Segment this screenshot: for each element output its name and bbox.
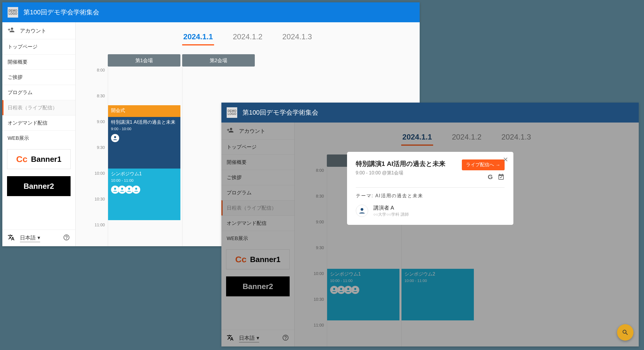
svg-point-4 bbox=[135, 188, 137, 190]
translate-icon bbox=[8, 234, 15, 242]
header: DEMO LOGO 第100回デモ学会学術集会 bbox=[221, 103, 639, 123]
time-column: 8:00 8:30 9:00 9:30 10:00 10:30 11:00 bbox=[90, 54, 108, 246]
speaker-affiliation: ○○大学○○学科 講師 bbox=[373, 212, 409, 217]
event-lecture-title: 特別講演1 AI活用の過去と未来 bbox=[111, 119, 177, 125]
google-calendar-icon[interactable]: G bbox=[488, 173, 493, 182]
sidebar-item-webexhibit[interactable]: WEB展示 bbox=[2, 130, 75, 146]
live-stream-label: ライブ配信へ bbox=[466, 162, 494, 168]
search-fab[interactable] bbox=[617, 324, 633, 341]
date-tabs: 2024.1.1 2024.1.2 2024.1.3 bbox=[76, 29, 420, 45]
time-1000: 10:00 bbox=[90, 170, 108, 196]
calendar-icon[interactable] bbox=[498, 173, 505, 182]
svg-point-3 bbox=[128, 188, 130, 190]
sidebar-item-program[interactable]: プログラム bbox=[2, 85, 75, 100]
date-tab-3[interactable]: 2024.1.3 bbox=[281, 29, 313, 45]
sidebar-account-label: アカウント bbox=[20, 27, 46, 34]
svg-point-1 bbox=[114, 188, 116, 190]
banner-1-icon: Cc bbox=[16, 154, 27, 164]
divider bbox=[356, 187, 505, 188]
time-800: 8:00 bbox=[90, 67, 108, 92]
time-1100: 11:00 bbox=[90, 221, 108, 246]
logo: DEMO LOGO bbox=[227, 107, 237, 118]
modal-title: 特別講演1 AI活用の過去と未来 bbox=[356, 159, 445, 168]
logo: DEMO LOGO bbox=[8, 7, 18, 18]
event-sympo1-title: シンポジウム1 bbox=[111, 171, 177, 177]
banner-1[interactable]: CcBanner1 bbox=[7, 149, 71, 169]
header-title: 第100回デモ学会学術集会 bbox=[242, 108, 318, 117]
svg-point-9 bbox=[361, 208, 363, 211]
event-sympo1[interactable]: シンポジウム1 10:00 - 11:00 bbox=[108, 169, 180, 220]
avatar-icon bbox=[132, 186, 140, 194]
header-title: 第100回デモ学会学術集会 bbox=[23, 8, 99, 17]
banner-1-label: Banner1 bbox=[31, 155, 62, 164]
speaker-row: 講演者 A ○○大学○○学科 講師 bbox=[356, 204, 505, 217]
room-header-1: 第1会場 bbox=[108, 54, 180, 67]
help-icon[interactable] bbox=[63, 234, 70, 242]
arrow-right-icon: → bbox=[496, 162, 500, 168]
event-lecture-time: 9:00 - 10:00 bbox=[111, 127, 177, 131]
time-830: 8:30 bbox=[90, 92, 108, 118]
sidebar-item-greeting[interactable]: ご挨拶 bbox=[2, 69, 75, 85]
sidebar-item-schedule[interactable]: 日程表（ライブ配信） bbox=[2, 100, 75, 115]
close-icon[interactable]: ✕ bbox=[503, 156, 508, 164]
live-stream-button[interactable]: ライブ配信へ→ bbox=[462, 159, 505, 170]
room-column-1: 第1会場 開会式 特別講演1 AI活用の過去と未来 9:00 - 10:00 bbox=[108, 54, 180, 246]
speaker-name: 講演者 A bbox=[373, 204, 409, 211]
account-icon bbox=[8, 26, 15, 35]
language-select[interactable]: 日本語▾ bbox=[20, 234, 40, 242]
header: DEMO LOGO 第100回デモ学会学術集会 bbox=[2, 2, 420, 22]
modal-theme: テーマ: AI活用の過去と未来 bbox=[356, 193, 505, 199]
room-header-2: 第2会場 bbox=[182, 54, 255, 67]
event-opening-title: 開会式 bbox=[111, 108, 177, 114]
window-schedule-modal: DEMO LOGO 第100回デモ学会学術集会 アカウント トップページ 開催概… bbox=[221, 103, 639, 346]
event-opening[interactable]: 開会式 bbox=[108, 105, 180, 117]
event-sympo1-time: 10:00 - 11:00 bbox=[111, 178, 177, 183]
svg-point-2 bbox=[121, 188, 123, 190]
sidebar-item-top[interactable]: トップページ bbox=[2, 39, 75, 54]
chevron-down-icon: ▾ bbox=[37, 235, 40, 241]
time-900: 9:00 bbox=[90, 118, 108, 144]
avatar-icon bbox=[111, 134, 119, 142]
speaker-avatar-icon bbox=[356, 205, 368, 217]
sidebar: アカウント トップページ 開催概要 ご挨拶 プログラム 日程表（ライブ配信） オ… bbox=[2, 22, 76, 246]
modal-overlay[interactable]: ✕ 特別講演1 AI活用の過去と未来 9:00 - 10:00 @第1会場 ライ… bbox=[221, 123, 639, 346]
event-lecture[interactable]: 特別講演1 AI活用の過去と未来 9:00 - 10:00 bbox=[108, 117, 180, 169]
date-tab-2[interactable]: 2024.1.2 bbox=[232, 29, 264, 45]
sidebar-item-ondemand[interactable]: オンデマンド配信 bbox=[2, 115, 75, 130]
time-1030: 10:30 bbox=[90, 196, 108, 221]
event-sympo1-avatars bbox=[111, 186, 177, 194]
time-930: 9:30 bbox=[90, 144, 108, 170]
sidebar-item-overview[interactable]: 開催概要 bbox=[2, 54, 75, 69]
sidebar-footer: 日本語▾ bbox=[2, 230, 75, 246]
search-icon bbox=[622, 329, 629, 336]
date-tab-1[interactable]: 2024.1.1 bbox=[182, 29, 214, 45]
sidebar-account[interactable]: アカウント bbox=[2, 22, 75, 39]
session-modal: ✕ 特別講演1 AI活用の過去と未来 9:00 - 10:00 @第1会場 ライ… bbox=[347, 152, 513, 225]
svg-point-0 bbox=[114, 136, 116, 138]
modal-subtitle: 9:00 - 10:00 @第1会場 bbox=[356, 170, 445, 176]
event-lecture-avatars bbox=[111, 134, 177, 142]
banner-2[interactable]: Banner2 bbox=[7, 176, 71, 196]
language-label: 日本語 bbox=[20, 234, 36, 241]
